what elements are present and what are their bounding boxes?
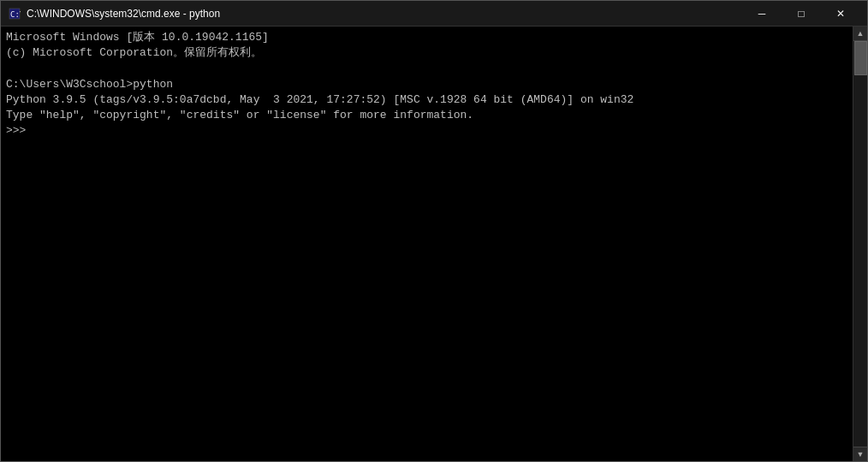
close-button[interactable]: ✕ [821,1,860,27]
window-controls: ─ □ ✕ [742,1,860,27]
title-bar: C:\ C:\WINDOWS\system32\cmd.exe - python… [1,1,867,27]
scrollbar-thumb[interactable] [854,41,867,75]
window-title: C:\WINDOWS\system32\cmd.exe - python [27,8,742,20]
cmd-window: C:\ C:\WINDOWS\system32\cmd.exe - python… [0,0,868,462]
svg-text:C:\: C:\ [10,10,21,19]
scroll-up-arrow[interactable]: ▲ [853,27,868,41]
scrollbar-track[interactable] [853,41,867,447]
console-text: Microsoft Windows [版本 10.0.19042.1165] (… [6,30,847,139]
vertical-scrollbar[interactable]: ▲ ▼ [853,27,867,461]
console-area: Microsoft Windows [版本 10.0.19042.1165] (… [1,27,867,461]
window-icon: C:\ [8,7,21,21]
scroll-down-arrow[interactable]: ▼ [853,447,868,461]
console-output[interactable]: Microsoft Windows [版本 10.0.19042.1165] (… [1,27,853,461]
minimize-button[interactable]: ─ [742,1,782,27]
maximize-button[interactable]: □ [782,1,821,27]
